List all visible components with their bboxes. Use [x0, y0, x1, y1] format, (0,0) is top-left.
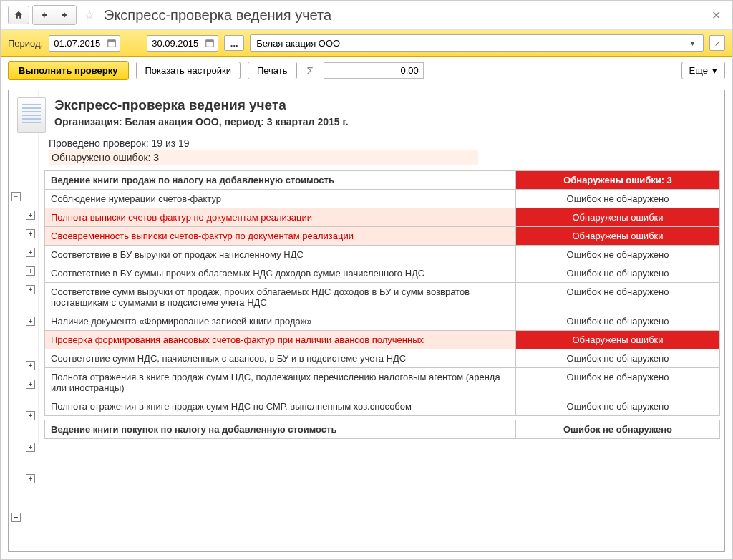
table-row: Соответствие в БУ выручки от продаж начи…: [45, 246, 720, 264]
tree-expand-button[interactable]: +: [26, 248, 35, 257]
table-row: Полнота выписки счетов-фактур по докумен…: [45, 208, 720, 227]
arrow-right-icon: [61, 11, 69, 19]
period-label: Период:: [8, 38, 43, 49]
window-title: Экспресс-проверка ведения учета: [104, 7, 704, 24]
open-icon: ↗: [714, 39, 720, 47]
print-button[interactable]: Печать: [248, 62, 297, 79]
organization-input[interactable]: [255, 37, 686, 49]
tree-expand-button[interactable]: +: [26, 317, 35, 326]
tree-expand-button[interactable]: +: [26, 411, 35, 420]
organization-field[interactable]: ▾: [250, 34, 704, 52]
section-status: Обнаружены ошибки: 3: [516, 171, 720, 190]
report-wrapper: − + + + + + + + + + + + + Экспресс-прове: [1, 85, 732, 559]
calendar-icon[interactable]: [205, 38, 215, 48]
check-status-cell: Ошибок не обнаружено: [516, 349, 720, 368]
section2-name: Ведение книги покупок по налогу на добав…: [45, 420, 516, 439]
more-label: Еще: [689, 65, 708, 76]
section-header-row: Ведение книги продаж по налогу на добавл…: [45, 171, 720, 190]
favorite-star-icon[interactable]: ☆: [84, 7, 95, 23]
check-name-cell: Полнота выписки счетов-фактур по докумен…: [45, 208, 516, 227]
date-from-input[interactable]: [52, 37, 104, 49]
section2-status: Ошибок не обнаружено: [516, 420, 720, 439]
report-subtitle: Организация: Белая акация ООО, период: 3…: [54, 116, 719, 127]
check-name-cell: Своевременность выписки счетов-фактур по…: [45, 227, 516, 246]
check-name-cell: Проверка формирования авансовых счетов-ф…: [45, 331, 516, 349]
table-row: Проверка формирования авансовых счетов-ф…: [45, 331, 720, 349]
document-icon: [17, 97, 46, 133]
arrow-left-icon: [39, 11, 48, 19]
report-table: Ведение книги продаж по налогу на добавл…: [44, 170, 720, 439]
period-bar: Период: — ... ▾ ↗: [1, 30, 732, 57]
errors-found-line: Обнаружено ошибок: 3: [49, 150, 478, 165]
table-row: Своевременность выписки счетов-фактур по…: [45, 227, 720, 246]
report[interactable]: − + + + + + + + + + + + + Экспресс-прове: [8, 90, 725, 552]
check-status-cell: Ошибок не обнаружено: [516, 368, 720, 397]
nav-group: [32, 5, 77, 25]
tree-expand-button[interactable]: +: [26, 443, 35, 452]
date-to-field[interactable]: [147, 35, 218, 52]
table-row: Полнота отражения в книге продаж сумм НД…: [45, 368, 720, 397]
report-inner: − + + + + + + + + + + + + Экспресс-прове: [9, 90, 724, 445]
table-row: Наличие документа «Формирование записей …: [45, 312, 720, 331]
check-status-cell: Ошибок не обнаружено: [516, 246, 720, 264]
tree-expand-button[interactable]: +: [11, 513, 21, 522]
table-row: Соответствие сумм выручки от продаж, про…: [45, 283, 720, 312]
toolbar: Выполнить проверку Показать настройки Пе…: [1, 57, 732, 85]
run-check-button[interactable]: Выполнить проверку: [8, 61, 129, 80]
table-row: Соответствие в БУ суммы прочих облагаемы…: [45, 264, 720, 283]
back-button[interactable]: [33, 6, 54, 24]
check-status-cell: Обнаружены ошибки: [516, 208, 720, 227]
show-settings-button[interactable]: Показать настройки: [136, 62, 241, 79]
check-name-cell: Наличие документа «Формирование записей …: [45, 312, 516, 331]
tree-collapse-button[interactable]: −: [11, 192, 21, 201]
dots-icon: ...: [230, 38, 238, 49]
period-picker-button[interactable]: ...: [224, 35, 244, 51]
svg-rect-1: [108, 40, 116, 42]
svg-rect-3: [206, 40, 214, 42]
tree-expand-button[interactable]: +: [26, 229, 35, 238]
check-status-cell: Ошибок не обнаружено: [516, 397, 720, 416]
tree-expand-button[interactable]: +: [26, 285, 35, 294]
chevron-down-icon: ▾: [712, 65, 717, 76]
period-dash: —: [126, 38, 141, 49]
close-icon: ✕: [712, 9, 721, 21]
check-name-cell: Соответствие в БУ суммы прочих облагаемы…: [45, 264, 516, 283]
tree-expand-button[interactable]: +: [26, 474, 35, 483]
check-status-cell: Ошибок не обнаружено: [516, 283, 720, 312]
section-name: Ведение книги продаж по налогу на добавл…: [45, 171, 516, 190]
chevron-down-icon: ▾: [691, 39, 694, 47]
check-name-cell: Соблюдение нумерации счетов-фактур: [45, 190, 516, 208]
table-row: Полнота отражения в книге продаж сумм НД…: [45, 397, 720, 416]
check-name-cell: Полнота отражения в книге продаж сумм НД…: [45, 368, 516, 397]
sum-icon: Σ: [304, 64, 316, 77]
sum-input[interactable]: [324, 62, 424, 79]
check-name-cell: Соответствие сумм НДС, начисленных с ава…: [45, 349, 516, 368]
date-to-input[interactable]: [150, 37, 202, 49]
close-button[interactable]: ✕: [707, 7, 725, 24]
date-from-field[interactable]: [49, 35, 120, 52]
check-status-cell: Ошибок не обнаружено: [516, 264, 720, 283]
app-window: ☆ Экспресс-проверка ведения учета ✕ Пери…: [0, 0, 733, 560]
tree-expand-button[interactable]: +: [26, 361, 35, 370]
org-open-button[interactable]: ↗: [709, 35, 725, 51]
checks-done-line: Проведено проверок: 19 из 19: [49, 137, 724, 149]
check-status-cell: Ошибок не обнаружено: [516, 190, 720, 208]
check-status-cell: Ошибок не обнаружено: [516, 312, 720, 331]
report-header: Экспресс-проверка ведения учета Организа…: [54, 97, 724, 127]
more-button[interactable]: Еще ▾: [681, 62, 725, 79]
org-dropdown-button[interactable]: ▾: [686, 37, 699, 49]
check-status-cell: Обнаружены ошибки: [516, 331, 720, 349]
table-row: Соответствие сумм НДС, начисленных с ава…: [45, 349, 720, 368]
tree-expand-button[interactable]: +: [26, 211, 35, 220]
report-title: Экспресс-проверка ведения учета: [54, 97, 719, 113]
tree-expand-button[interactable]: +: [26, 266, 35, 276]
home-icon: [14, 10, 24, 20]
table-row: Соблюдение нумерации счетов-фактурОшибок…: [45, 190, 720, 208]
section2-row: Ведение книги покупок по налогу на добав…: [45, 420, 720, 439]
tree-expand-button[interactable]: +: [26, 380, 35, 389]
check-status-cell: Обнаружены ошибки: [516, 227, 720, 246]
check-name-cell: Полнота отражения в книге продаж сумм НД…: [45, 397, 516, 416]
forward-button[interactable]: [54, 6, 76, 24]
home-button[interactable]: [8, 6, 29, 24]
calendar-icon[interactable]: [107, 38, 117, 48]
